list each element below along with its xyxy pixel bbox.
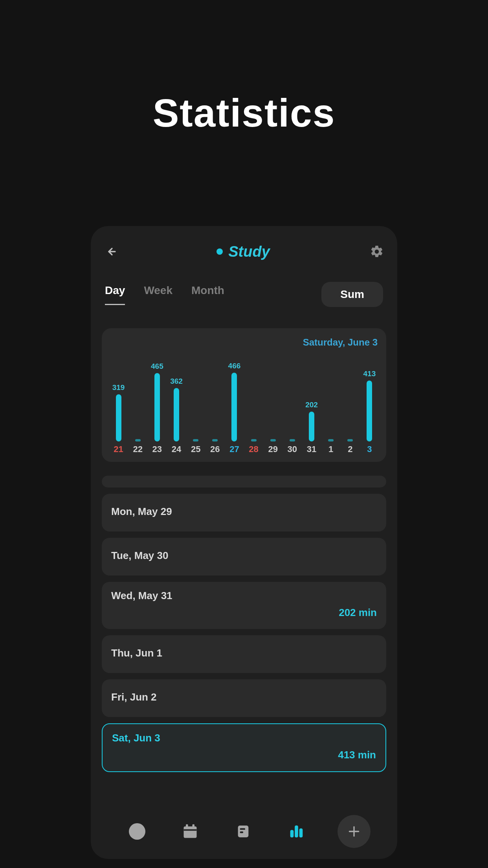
chart-bar[interactable]: 4133 [361,353,378,455]
svg-rect-8 [240,831,243,833]
chart-bar-rect [231,373,237,441]
chart-bar-rect [135,439,141,441]
chart-bar-rect [367,381,372,441]
gear-icon[interactable] [370,245,384,259]
svg-rect-4 [193,824,195,828]
list-item-date: Fri, Jun 2 [111,691,377,703]
chart-axis-label: 26 [210,444,220,455]
chart-axis-label: 28 [249,444,258,455]
chart-axis-label: 21 [114,444,123,455]
list-item-date: Sat, Jun 3 [112,732,376,744]
chart-card: Saturday, June 3 31921224652336224252646… [102,328,386,462]
topbar-title-text: Study [228,243,270,260]
list-item[interactable]: Sat, Jun 3413 min [102,723,386,772]
chart-bar[interactable]: 29 [265,353,281,455]
tab-week[interactable]: Week [144,284,172,305]
chart-bar-value: 202 [305,401,318,409]
svg-rect-9 [290,830,294,837]
chart-bar-rect [309,412,314,441]
chart-bar[interactable]: 28 [246,353,262,455]
chart-axis-label: 27 [229,444,239,455]
nav-record-icon[interactable] [125,820,149,843]
list-item-partial[interactable] [102,476,386,487]
app-frame: Study Day Week Month Sum Saturday, June … [91,226,397,859]
chart-bar[interactable]: 22 [130,353,146,455]
tab-day[interactable]: Day [105,284,125,305]
svg-rect-10 [295,826,298,838]
add-button[interactable] [338,815,371,848]
chart-axis-label: 2 [348,444,352,455]
chart-bar-rect [174,388,179,441]
chart-bar[interactable]: 2 [342,353,358,455]
list-item-date: Thu, Jun 1 [111,647,377,659]
svg-rect-6 [238,826,249,837]
chart-axis-label: 22 [133,444,142,455]
chart-bar[interactable]: 31921 [110,353,127,455]
chart-axis-label: 29 [268,444,277,455]
chart[interactable]: 3192122465233622425264662728293020231124… [110,353,378,455]
svg-rect-5 [184,829,197,831]
period-tabs: Day Week Month [105,284,224,305]
category-dot [216,248,223,255]
nav-notes-icon[interactable] [231,820,255,843]
chart-bar-rect [154,373,160,441]
chart-bar[interactable]: 20231 [303,353,319,455]
chart-bar[interactable]: 26 [207,353,223,455]
chart-bar[interactable]: 25 [188,353,204,455]
chart-bar[interactable]: 1 [323,353,339,455]
tab-row: Day Week Month Sum [102,282,386,307]
svg-rect-7 [240,828,245,830]
chart-bar[interactable]: 36224 [168,353,184,455]
nav-calendar-icon[interactable] [178,820,202,843]
chart-axis-label: 30 [288,444,297,455]
list-item[interactable]: Mon, May 29 [102,494,386,531]
sum-button[interactable]: Sum [321,282,383,307]
chart-bar[interactable]: 46523 [149,353,165,455]
chart-axis-label: 24 [172,444,181,455]
list-item[interactable]: Fri, Jun 2 [102,679,386,717]
list-item[interactable]: Wed, May 31202 min [102,582,386,629]
chart-bar-rect [347,439,353,441]
topbar-title: Study [216,243,270,260]
chart-bar-rect [328,439,334,441]
chart-axis-label: 31 [307,444,316,455]
list-item[interactable]: Thu, Jun 1 [102,635,386,673]
chart-bar-value: 413 [363,370,376,378]
nav-stats-icon[interactable] [284,820,308,843]
list-item[interactable]: Tue, May 30 [102,538,386,576]
list-item-date: Tue, May 30 [111,550,377,562]
list-item-date: Wed, May 31 [111,590,377,602]
chart-bar-value: 319 [112,383,125,392]
tab-month[interactable]: Month [191,284,224,305]
topbar: Study [102,242,386,261]
chart-axis-label: 25 [191,444,200,455]
chart-bar-rect [290,439,295,441]
back-icon[interactable] [104,245,117,258]
chart-bar-rect [212,439,218,441]
day-list[interactable]: Mon, May 29Tue, May 30Wed, May 31202 min… [102,476,386,805]
bottom-nav [102,815,386,848]
svg-rect-11 [299,828,303,837]
list-item-date: Mon, May 29 [111,506,377,518]
list-item-value: 202 min [111,607,377,619]
chart-bar-rect [116,394,121,441]
chart-bar-rect [193,439,198,441]
list-item-value: 413 min [112,749,376,761]
chart-bar-value: 465 [151,362,163,371]
chart-bar-value: 362 [170,377,183,386]
svg-rect-3 [186,824,188,828]
chart-axis-label: 23 [152,444,162,455]
chart-axis-label: 1 [328,444,333,455]
chart-axis-label: 3 [367,444,372,455]
chart-bar[interactable]: 30 [284,353,300,455]
chart-bar-rect [251,439,257,441]
page-title: Statistics [153,90,336,136]
chart-bar-value: 466 [228,362,241,370]
chart-date: Saturday, June 3 [110,337,378,348]
chart-bar-rect [270,439,276,441]
chart-bar[interactable]: 46627 [226,353,242,455]
